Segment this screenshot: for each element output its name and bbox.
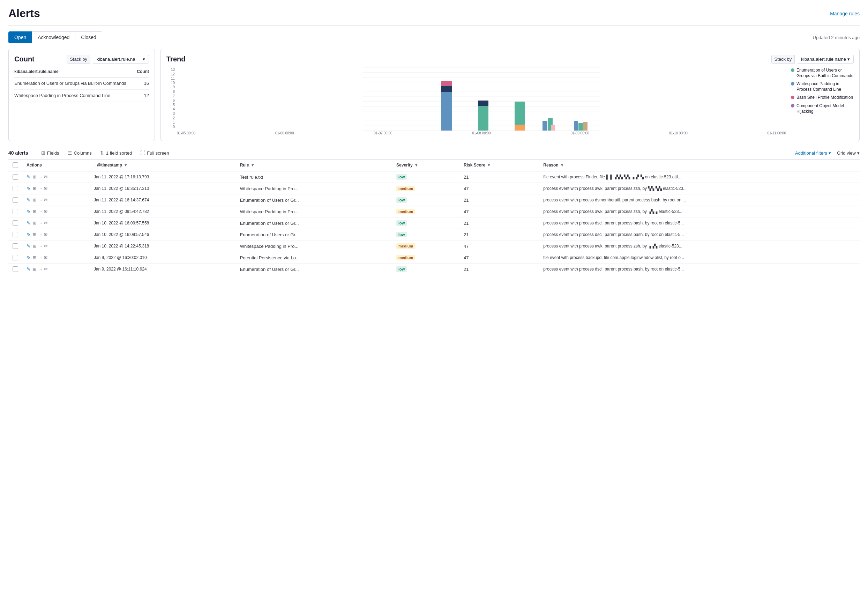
edit-icon[interactable]: ✎: [27, 266, 31, 272]
edit-icon[interactable]: ✎: [27, 186, 31, 191]
row-checkbox[interactable]: [13, 186, 18, 191]
more-icon[interactable]: ···: [38, 232, 42, 237]
row-rule[interactable]: Enumeration of Users or Gr...: [236, 263, 392, 275]
edit-icon[interactable]: ✎: [27, 197, 31, 203]
more-icon[interactable]: ···: [38, 186, 42, 191]
legend-dot-bash: [791, 96, 794, 99]
row-checkbox[interactable]: [13, 174, 18, 180]
row-checkbox-cell[interactable]: [8, 183, 22, 194]
y-label-5: 5: [167, 103, 175, 107]
row-checkbox-cell[interactable]: [8, 171, 22, 183]
additional-filters-button[interactable]: Additional filters ▾: [795, 151, 831, 156]
network-icon[interactable]: ⊞: [33, 175, 36, 179]
row-rule[interactable]: Enumeration of Users or Gr...: [236, 229, 392, 241]
edit-icon[interactable]: ✎: [27, 220, 31, 226]
row-timestamp: Jan 11, 2022 @ 16:14:37.674: [90, 194, 236, 206]
tab-acknowledged[interactable]: Acknowledged: [32, 31, 75, 43]
mail-icon[interactable]: ✉: [44, 175, 47, 179]
mail-icon[interactable]: ✉: [44, 198, 47, 203]
th-reason[interactable]: Reason ▾: [539, 160, 860, 171]
row-checkbox-cell[interactable]: [8, 263, 22, 275]
bar-blue-jan10: [542, 121, 548, 130]
th-rule[interactable]: Rule ▾: [236, 160, 392, 171]
row-rule[interactable]: Potential Persistence via Lo...: [236, 252, 392, 263]
network-icon[interactable]: ⊞: [33, 232, 36, 237]
updated-text: Updated 2 minutes ago: [813, 35, 860, 40]
row-checkbox-cell[interactable]: [8, 218, 22, 229]
legend-label-enum: Enumeration of Users or Groups via Built…: [797, 68, 854, 78]
th-select-all[interactable]: [8, 160, 22, 171]
row-rule[interactable]: Whitespace Padding in Pro...: [236, 206, 392, 218]
count-stack-by-label: Stack by: [66, 55, 90, 64]
mail-icon[interactable]: ✉: [44, 232, 47, 237]
more-icon[interactable]: ···: [38, 267, 42, 272]
row-rule[interactable]: Enumeration of Users or Gr...: [236, 194, 392, 206]
tab-closed[interactable]: Closed: [75, 31, 102, 43]
trend-chevron-icon: ▾: [847, 56, 850, 62]
mail-icon[interactable]: ✉: [44, 186, 47, 191]
count-scroll-area[interactable]: kibana.alert.rule.name Count Enumeration…: [14, 68, 149, 102]
row-rule[interactable]: Test rule.txt: [236, 171, 392, 183]
manage-rules-link[interactable]: Manage rules: [830, 11, 860, 16]
bar-dark-jan08: [478, 101, 489, 106]
row-checkbox[interactable]: [13, 220, 18, 226]
mail-icon[interactable]: ✉: [44, 267, 47, 272]
network-icon[interactable]: ⊞: [33, 209, 36, 214]
select-all-checkbox[interactable]: [13, 162, 18, 168]
network-icon[interactable]: ⊞: [33, 198, 36, 203]
more-icon[interactable]: ···: [38, 209, 42, 214]
columns-icon: ☰: [68, 150, 72, 156]
row-checkbox-cell[interactable]: [8, 252, 22, 263]
more-icon[interactable]: ···: [38, 221, 42, 225]
sort-button[interactable]: ⇅ 1 field sorted: [99, 149, 133, 156]
edit-icon[interactable]: ✎: [27, 243, 31, 249]
tab-open[interactable]: Open: [8, 31, 32, 43]
more-icon[interactable]: ···: [38, 244, 42, 249]
network-icon[interactable]: ⊞: [33, 244, 36, 249]
actions-cell: ✎ ⊞ ··· ✉: [27, 266, 86, 272]
row-checkbox-cell[interactable]: [8, 194, 22, 206]
mail-icon[interactable]: ✉: [44, 221, 47, 225]
row-checkbox-cell[interactable]: [8, 241, 22, 252]
more-icon[interactable]: ···: [38, 175, 42, 179]
th-risk-score[interactable]: Risk Score ▾: [459, 160, 539, 171]
edit-icon[interactable]: ✎: [27, 255, 31, 260]
row-severity: low: [392, 171, 459, 183]
columns-button[interactable]: ☰ Columns: [66, 149, 93, 156]
row-risk-score: 47: [459, 241, 539, 252]
row-checkbox[interactable]: [13, 232, 18, 237]
more-icon[interactable]: ···: [38, 255, 42, 260]
fields-button[interactable]: ⊞ Fields: [40, 149, 61, 156]
th-timestamp[interactable]: ↓ @timestamp ▾: [90, 160, 236, 171]
mail-icon[interactable]: ✉: [44, 255, 47, 260]
row-checkbox[interactable]: [13, 266, 18, 272]
network-icon[interactable]: ⊞: [33, 221, 36, 225]
network-icon[interactable]: ⊞: [33, 267, 36, 272]
row-rule[interactable]: Whitespace Padding in Pro...: [236, 183, 392, 194]
actions-cell: ✎ ⊞ ··· ✉: [27, 186, 86, 191]
row-checkbox[interactable]: [13, 197, 18, 203]
network-icon[interactable]: ⊞: [33, 186, 36, 191]
count-stack-by-select[interactable]: kibana.alert.rule.na ▾: [93, 55, 149, 64]
edit-icon[interactable]: ✎: [27, 174, 31, 180]
additional-filters-chevron-icon: ▾: [828, 151, 831, 156]
row-checkbox[interactable]: [13, 255, 18, 260]
mail-icon[interactable]: ✉: [44, 209, 47, 214]
mail-icon[interactable]: ✉: [44, 244, 47, 249]
th-severity[interactable]: Severity ▾: [392, 160, 459, 171]
row-rule[interactable]: Enumeration of Users or Gr...: [236, 218, 392, 229]
fullscreen-button[interactable]: ⛶ Full screen: [139, 149, 171, 156]
row-checkbox[interactable]: [13, 243, 18, 249]
grid-view-button[interactable]: Grid view ▾: [834, 151, 860, 156]
row-checkbox-cell[interactable]: [8, 206, 22, 218]
row-checkbox-cell[interactable]: [8, 229, 22, 241]
row-checkbox[interactable]: [13, 209, 18, 214]
network-icon[interactable]: ⊞: [33, 255, 36, 260]
edit-icon[interactable]: ✎: [27, 209, 31, 214]
count-row-name: Whitespace Padding in Process Command Li…: [14, 90, 136, 102]
trend-stack-by-select[interactable]: kibana.alert.rule.name ▾: [797, 55, 854, 64]
row-rule[interactable]: Whitespace Padding in Pro...: [236, 241, 392, 252]
count-title: Count: [14, 55, 34, 63]
more-icon[interactable]: ···: [38, 198, 42, 203]
edit-icon[interactable]: ✎: [27, 232, 31, 237]
